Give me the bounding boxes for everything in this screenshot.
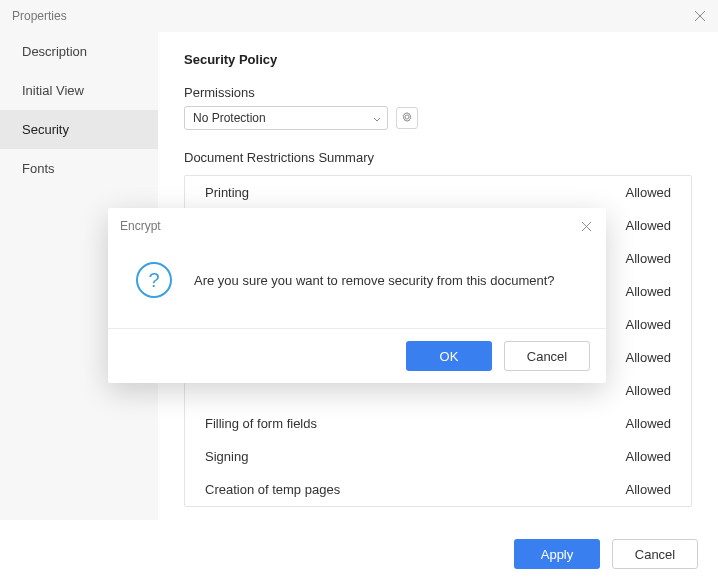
modal-body: ? Are you sure you want to remove securi… [108, 244, 606, 328]
restriction-value: Allowed [625, 251, 671, 266]
dialog-footer: Apply Cancel [0, 520, 718, 588]
permissions-row: No Protection [184, 106, 692, 130]
close-icon[interactable] [692, 8, 708, 24]
permissions-label: Permissions [184, 85, 692, 100]
sidebar-tab-description[interactable]: Description [0, 32, 158, 71]
ok-button[interactable]: OK [406, 341, 492, 371]
restriction-value: Allowed [625, 482, 671, 497]
restriction-value: Allowed [625, 350, 671, 365]
modal-cancel-button[interactable]: Cancel [504, 341, 590, 371]
window-title: Properties [12, 9, 67, 23]
restriction-value: Allowed [625, 317, 671, 332]
question-icon: ? [136, 262, 172, 298]
restriction-name: Signing [205, 449, 248, 464]
restriction-row: Signing Allowed [185, 440, 691, 473]
modal-message: Are you sure you want to remove security… [194, 273, 555, 288]
restriction-name: Creation of temp pages [205, 482, 340, 497]
modal-header: Encrypt [108, 208, 606, 244]
restriction-row: Creation of temp pages Allowed [185, 473, 691, 506]
sidebar-tab-security[interactable]: Security [0, 110, 158, 149]
permissions-value: No Protection [193, 111, 266, 125]
restriction-value: Allowed [625, 449, 671, 464]
apply-button[interactable]: Apply [514, 539, 600, 569]
sidebar-tab-initial-view[interactable]: Initial View [0, 71, 158, 110]
modal-footer: OK Cancel [108, 328, 606, 383]
restriction-value: Allowed [625, 185, 671, 200]
chevron-down-icon [373, 111, 381, 125]
gear-icon [401, 111, 413, 126]
cancel-button[interactable]: Cancel [612, 539, 698, 569]
modal-title: Encrypt [120, 219, 161, 233]
permissions-select[interactable]: No Protection [184, 106, 388, 130]
restriction-value: Allowed [625, 383, 671, 398]
sidebar-tab-fonts[interactable]: Fonts [0, 149, 158, 188]
restriction-row: Filling of form fields Allowed [185, 407, 691, 440]
restriction-value: Allowed [625, 284, 671, 299]
summary-label: Document Restrictions Summary [184, 150, 692, 165]
restriction-value: Allowed [625, 416, 671, 431]
restriction-name: Filling of form fields [205, 416, 317, 431]
panel-title: Security Policy [184, 52, 692, 67]
restriction-value: Allowed [625, 218, 671, 233]
settings-button[interactable] [396, 107, 418, 129]
confirm-modal: Encrypt ? Are you sure you want to remov… [108, 208, 606, 383]
close-icon[interactable] [578, 218, 594, 234]
titlebar: Properties [0, 0, 718, 32]
restriction-name: Printing [205, 185, 249, 200]
restriction-row: Printing Allowed [185, 176, 691, 209]
